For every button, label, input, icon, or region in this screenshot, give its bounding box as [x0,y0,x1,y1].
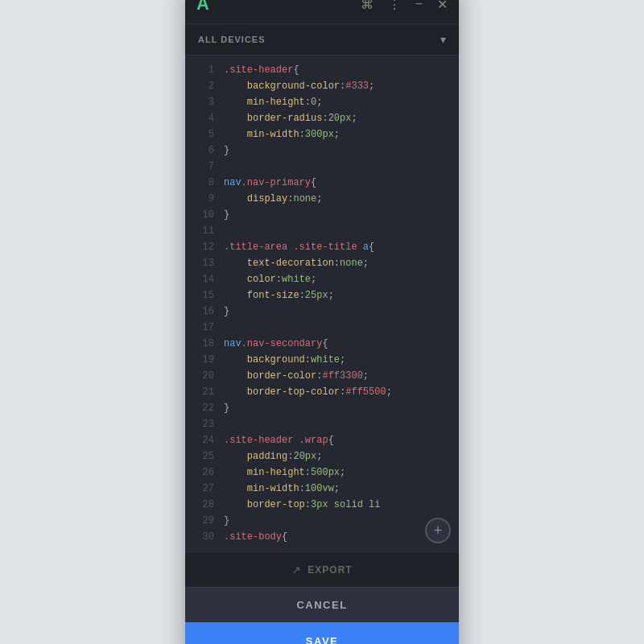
code-line: 13 text-decoration:none; [185,255,459,271]
css-editor-panel: A ⌘ ⋮ − ✕ ALL DEVICES ▾ 1 .site-header{ … [185,0,459,644]
code-line: 15 font-size:25px; [185,287,459,303]
code-line: 27 min-width:100vw; [185,481,459,497]
code-line: 19 background:white; [185,352,459,368]
code-line: 23 [185,416,459,432]
device-label: ALL DEVICES [198,35,266,44]
code-line: 12 .title-area .site-title a{ [185,239,459,255]
code-line: 21 border-top-color:#ff5500; [185,384,459,400]
export-icon: ↗ [291,564,301,576]
code-line: 26 min-height:500px; [185,464,459,481]
code-line: 6 } [185,142,459,159]
code-line: 9 display:none; [185,191,459,207]
code-line: 10 } [185,207,459,223]
more-icon[interactable]: ⋮ [388,0,401,12]
cancel-button[interactable]: CANCEL [185,587,459,622]
code-line: 25 padding:20px; [185,448,459,464]
export-bar[interactable]: ↗ EXPORT [185,551,459,587]
code-line: 5 min-width:300px; [185,126,459,142]
minimize-icon[interactable]: − [415,0,423,11]
add-button[interactable]: + [425,518,451,543]
app-logo: A [196,0,208,14]
code-line: 8 nav.nav-primary{ [185,175,459,191]
code-line: 16 } [185,303,459,320]
code-line: 18 nav.nav-secondary{ [185,336,459,352]
code-line: 14 color:white; [185,271,459,287]
export-label: EXPORT [308,564,352,576]
code-line: 30 .site-body{ [185,529,459,545]
chevron-down-icon: ▾ [440,33,446,46]
code-line: 29 } [185,513,459,529]
code-line: 22 } [185,400,459,416]
close-icon[interactable]: ✕ [437,0,448,12]
command-icon[interactable]: ⌘ [361,0,374,12]
code-line: 20 border-color:#ff3300; [185,368,459,384]
code-line: 17 [185,320,459,336]
code-line: 1 .site-header{ [185,62,459,78]
code-line: 28 border-top:3px solid li [185,497,459,513]
code-line: 3 min-height:0; [185,94,459,110]
titlebar: A ⌘ ⋮ − ✕ [185,0,459,23]
code-editor[interactable]: 1 .site-header{ 2 background-color:#333;… [185,56,459,551]
titlebar-icons: ⌘ ⋮ − ✕ [361,0,448,12]
code-line: 7 [185,159,459,175]
code-line: 4 border-radius:20px; [185,110,459,126]
code-line: 11 [185,223,459,239]
device-bar[interactable]: ALL DEVICES ▾ [185,23,459,56]
code-line: 24 .site-header .wrap{ [185,432,459,448]
save-button[interactable]: SAVE [185,622,459,644]
code-line: 2 background-color:#333; [185,78,459,94]
